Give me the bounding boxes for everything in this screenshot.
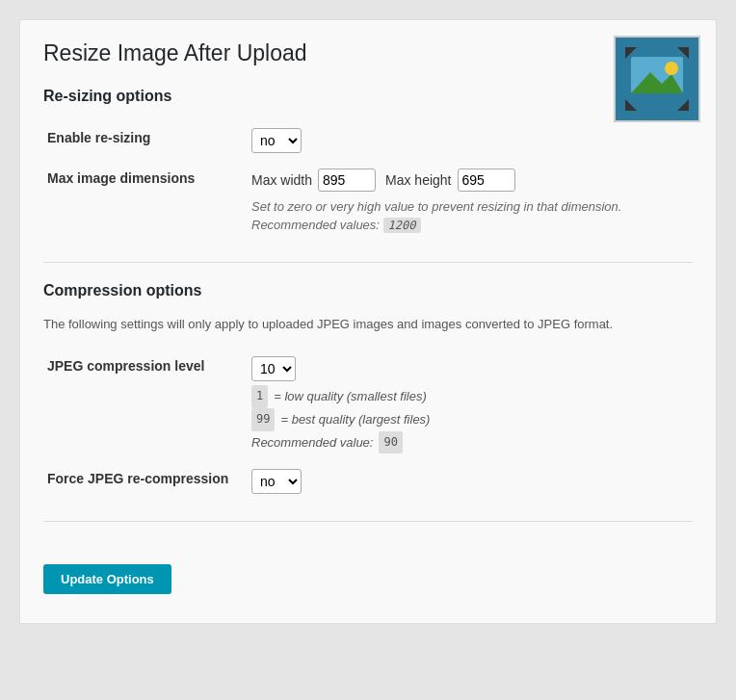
jpeg-level-select[interactable]: 10 1 50 90 99 <box>251 356 296 381</box>
max-width-label: Max width <box>251 172 312 188</box>
quality-hint-2-text: = best quality (largest files) <box>280 408 430 430</box>
force-recompression-row: Force JPEG re-compression no yes <box>43 461 693 502</box>
compression-section-heading: Compression options <box>43 282 693 299</box>
update-options-button[interactable]: Update Options <box>43 564 171 594</box>
max-height-group: Max height <box>385 169 514 192</box>
quality-hint-1-code: 1 <box>251 385 268 408</box>
compression-options-table: JPEG compression level 10 1 50 90 99 1 =… <box>43 349 693 502</box>
enable-resizing-label: Enable re-sizing <box>47 130 150 145</box>
resize-section-heading: Re-sizing options <box>43 88 693 105</box>
svg-point-3 <box>665 62 678 75</box>
quality-hint-1-text: = low quality (smallest files) <box>274 385 427 407</box>
max-dimensions-row: Max image dimensions Max width Max heigh… <box>43 161 693 243</box>
jpeg-level-label: JPEG compression level <box>47 358 204 374</box>
force-recompression-select[interactable]: no yes <box>251 469 302 494</box>
hint-text: Set to zero or very high value to preven… <box>251 199 621 214</box>
compression-description: The following settings will only apply t… <box>43 315 693 334</box>
recommended-label: Recommended value: <box>251 431 373 454</box>
force-label: Force JPEG re-compression <box>47 471 228 486</box>
hint-recommended-label: Recommended values: <box>251 218 380 232</box>
footer-divider <box>43 521 693 522</box>
resize-options-table: Enable re-sizing no yes Max image dimens… <box>43 120 693 243</box>
page-title: Resize Image After Upload <box>43 39 693 68</box>
max-width-input[interactable] <box>318 169 376 192</box>
max-height-label: Max height <box>385 172 451 188</box>
quality-hints: 1 = low quality (smallest files) 99 = be… <box>251 385 689 454</box>
max-width-group: Max width <box>251 169 376 192</box>
jpeg-level-row: JPEG compression level 10 1 50 90 99 1 =… <box>43 349 693 461</box>
quality-hint-2: 99 = best quality (largest files) <box>251 408 689 431</box>
recommended-value-row: Recommended value: 90 <box>251 431 689 454</box>
max-height-input[interactable] <box>458 169 515 192</box>
hint-recommended-value: 1200 <box>383 218 421 233</box>
dimensions-field-row: Max width Max height <box>251 169 689 192</box>
quality-hint-2-code: 99 <box>251 408 275 431</box>
recommended-value: 90 <box>379 431 402 454</box>
settings-card: Resize Image After Upload Re-sizing opti… <box>19 19 717 624</box>
enable-resizing-row: Enable re-sizing no yes <box>43 120 693 161</box>
plugin-icon <box>614 36 700 122</box>
enable-resizing-select[interactable]: no yes <box>251 128 302 153</box>
max-dimensions-label: Max image dimensions <box>47 170 195 186</box>
section-divider <box>43 262 693 263</box>
dimensions-hint: Set to zero or very high value to preven… <box>251 197 689 235</box>
quality-hint-1: 1 = low quality (smallest files) <box>251 385 689 408</box>
